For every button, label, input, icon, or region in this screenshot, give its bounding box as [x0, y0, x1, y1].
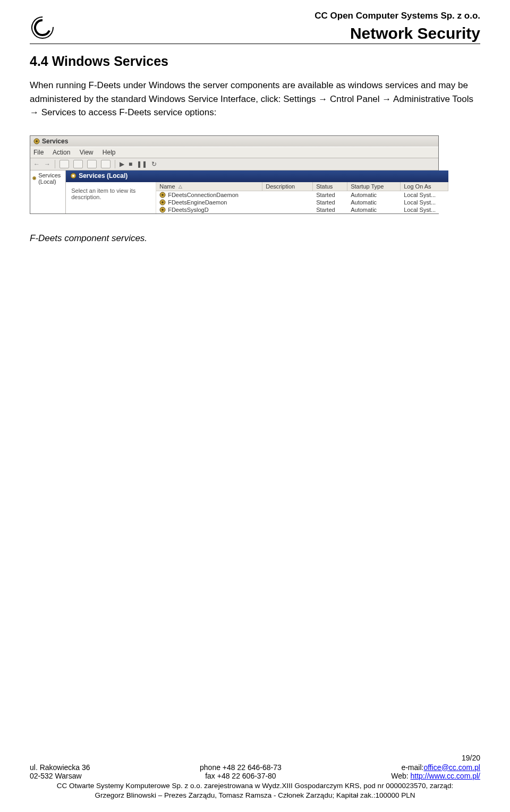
col-status[interactable]: Status [313, 182, 347, 191]
col-startup[interactable]: Startup Type [347, 182, 401, 191]
col-logon[interactable]: Log On As [401, 182, 448, 191]
pane-title: Services (Local) [66, 170, 448, 182]
company-name: CC Open Computer Systems Sp. z o.o. [55, 11, 480, 21]
service-description [262, 191, 313, 199]
svg-point-7 [162, 194, 164, 196]
footer-web: Web: http://www.cc.com.pl/ [391, 772, 480, 780]
description-hint: Select an item to view its description. [71, 187, 135, 200]
figure-caption: F-Deets component services. [30, 233, 480, 244]
svg-point-5 [72, 175, 74, 177]
page-number: 19/20 [30, 754, 480, 762]
footer-fax: fax +48 22 606-37-80 [200, 772, 282, 780]
tree-item-label: Services (Local) [38, 172, 63, 185]
window-title-text: Services [42, 138, 68, 145]
service-description [262, 199, 313, 206]
doc-title: Network Security [55, 24, 480, 42]
gear-icon [32, 175, 36, 182]
toolbar: ← → ▶ ■ ❚❚ ↻ [30, 158, 438, 170]
right-pane: Services (Local) Select an item to view … [66, 170, 448, 213]
page-header: CC Open Computer Systems Sp. z o.o. Netw… [30, 11, 480, 44]
service-startup: Automatic [347, 191, 401, 199]
section-heading: 4.4 Windows Services [30, 54, 480, 69]
legal-line-1: CC Otwarte Systemy Komputerowe Sp. z o.o… [30, 781, 480, 791]
tree-pane: Services (Local) [30, 170, 66, 213]
services-icon [33, 138, 40, 144]
menu-action[interactable]: Action [53, 149, 70, 156]
footer-address1: ul. Rakowiecka 36 [30, 763, 90, 772]
service-name: FDeetsSyslogD [168, 207, 208, 213]
footer-legal: CC Otwarte Systemy Komputerowe Sp. z o.o… [30, 781, 480, 800]
toolbar-pause-icon[interactable]: ❚❚ [137, 160, 147, 168]
toolbar-button-icon[interactable] [60, 160, 69, 168]
menu-file[interactable]: File [33, 149, 44, 156]
col-description[interactable]: Description [262, 182, 313, 191]
table-row[interactable]: FDeetsConnectionDaemonStartedAutomaticLo… [156, 191, 448, 199]
service-startup: Automatic [347, 199, 401, 206]
company-logo [30, 15, 55, 40]
web-link[interactable]: http://www.cc.com.pl/ [411, 772, 480, 780]
nav-back-icon[interactable]: ← [33, 160, 40, 168]
sort-asc-icon: △ [178, 184, 182, 189]
embedded-screenshot: Services File Action View Help ← → ▶ ■ ❚… [30, 135, 439, 214]
menu-view[interactable]: View [80, 149, 94, 156]
toolbar-button-icon[interactable] [101, 160, 110, 168]
toolbar-stop-icon[interactable]: ■ [129, 160, 132, 168]
service-name: FDeetsEngineDaemon [168, 199, 227, 206]
nav-forward-icon[interactable]: → [44, 160, 50, 168]
legal-line-2: Grzegorz Blinowski – Prezes Zarządu, Tom… [30, 791, 480, 800]
service-status: Started [313, 199, 347, 206]
table-row[interactable]: FDeetsSyslogDStartedAutomaticLocal Syst.… [156, 206, 448, 213]
email-link[interactable]: office@cc.com.pl [423, 763, 480, 772]
footer-address2: 02-532 Warsaw [30, 772, 90, 780]
svg-point-1 [36, 140, 38, 142]
toolbar-button-icon[interactable] [87, 160, 97, 168]
gear-icon [159, 199, 166, 206]
page-footer: 19/20 ul. Rakowiecka 36 02-532 Warsaw ph… [30, 754, 480, 800]
service-name: FDeetsConnectionDaemon [168, 192, 239, 198]
service-startup: Automatic [347, 206, 401, 213]
gear-icon [70, 173, 76, 179]
service-logon: Local Syst... [401, 206, 448, 213]
toolbar-button-icon[interactable] [73, 160, 83, 168]
menubar: File Action View Help [30, 147, 438, 158]
service-status: Started [313, 206, 347, 213]
toolbar-separator [55, 160, 55, 168]
toolbar-separator [115, 160, 115, 168]
pane-title-text: Services (Local) [79, 172, 128, 180]
toolbar-play-icon[interactable]: ▶ [120, 160, 124, 168]
section-body: When running F-Deets under Windows the s… [30, 79, 480, 119]
gear-icon [159, 207, 166, 213]
svg-point-11 [162, 209, 164, 211]
toolbar-restart-icon[interactable]: ↻ [151, 160, 157, 168]
menu-help[interactable]: Help [103, 149, 116, 156]
svg-point-3 [33, 178, 35, 179]
footer-phone: phone +48 22 646-68-73 [200, 763, 282, 772]
services-window: Services File Action View Help ← → ▶ ■ ❚… [30, 135, 439, 214]
footer-email: e-mail:office@cc.com.pl [391, 763, 480, 772]
service-logon: Local Syst... [401, 199, 448, 206]
services-table: Name△ Description Status Startup Type Lo… [156, 182, 448, 213]
description-pane: Select an item to view its description. [66, 182, 156, 213]
pane-body: Select an item to view its description. … [66, 182, 448, 213]
table-header: Name△ Description Status Startup Type Lo… [156, 182, 448, 191]
svg-point-9 [162, 201, 164, 203]
gear-icon [159, 192, 166, 198]
service-status: Started [313, 191, 347, 199]
tree-item[interactable]: Services (Local) [32, 172, 63, 185]
service-logon: Local Syst... [401, 191, 448, 199]
table-row[interactable]: FDeetsEngineDaemonStartedAutomaticLocal … [156, 199, 448, 206]
window-body: Services (Local) Services (Local) [30, 170, 438, 213]
window-titlebar: Services [30, 136, 438, 147]
col-name[interactable]: Name△ [156, 182, 262, 191]
service-description [262, 206, 313, 213]
